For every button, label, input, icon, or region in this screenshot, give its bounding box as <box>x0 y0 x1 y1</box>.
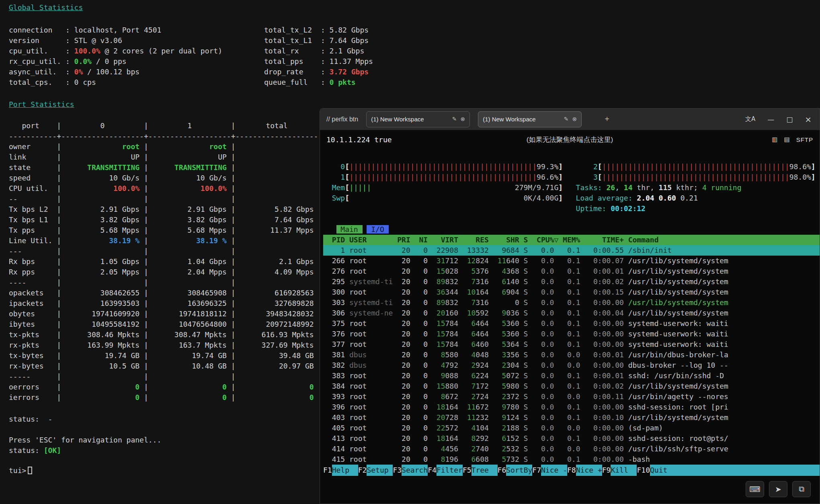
process-row[interactable]: 266 root 20 0 31712 12824 11640 S 0.0 0.… <box>323 256 820 266</box>
table-row: Rx bps | 1.05 Gbps | 1.04 Gbps | 2.1 Gbp… <box>9 256 318 267</box>
table-row: owner | root | root | <box>9 141 318 152</box>
snippet-button[interactable]: ⧉ <box>792 481 811 497</box>
fn-action[interactable]: Search <box>402 465 428 476</box>
cpu-meter-row: 1[||||||||||||||||||||||||||||||||||||||… <box>323 172 820 182</box>
cpu-meter-row: 0[||||||||||||||||||||||||||||||||||||||… <box>323 162 820 172</box>
process-row[interactable]: 403 root 20 0 20728 11232 9124 S 0.0 0.1… <box>323 412 820 423</box>
rename-tab-icon[interactable]: ✎ <box>564 116 569 123</box>
layout-icon[interactable]: ▤ <box>784 136 789 143</box>
session-host: 10.1.1.224 true <box>326 135 392 144</box>
process-row[interactable]: 300 root 20 0 36344 10164 6904 S 0.0 0.1… <box>323 287 820 297</box>
htop-process-list[interactable]: 1 root 20 0 22908 13332 9684 S 0.0 0.1 0… <box>323 245 820 465</box>
close-tab-icon[interactable]: ⊗ <box>460 116 465 123</box>
fn-key[interactable]: F3 <box>393 465 402 476</box>
table-row: ----- | | | <box>9 371 318 382</box>
stat-line: async_util. : 0% / 100.12 bps <box>9 67 222 77</box>
workspace-tab-1[interactable]: (1) New Workspace ✎ ⊗ <box>366 111 470 127</box>
table-row: -- | | | <box>9 194 318 204</box>
fn-action[interactable]: Quit <box>650 465 676 476</box>
htop-function-bar[interactable]: F1Help F2Setup F3SearchF4FilterF5Tree F6… <box>323 465 820 476</box>
stat-line: total_cps. : 0 cps <box>9 77 222 88</box>
status-ok-badge: [OK] <box>44 446 61 455</box>
htop-tab-line[interactable]: Main I/O <box>323 224 820 235</box>
process-row[interactable]: 384 root 20 0 15880 7172 5980 S 0.0 0.1 … <box>323 381 820 391</box>
table-row: link | UP | UP | <box>9 152 318 162</box>
process-row[interactable]: 295 systemd-ti 20 0 89832 7316 6140 S 0.… <box>323 277 820 287</box>
process-row[interactable]: 405 root 20 0 22572 4104 2188 S 0.0 0.0 … <box>323 423 820 433</box>
fn-key[interactable]: F10 <box>637 465 650 476</box>
workspace-tab-2[interactable]: (1) New Workspace ✎ ⊗ <box>478 111 582 127</box>
sftp-button[interactable]: SFTP <box>796 136 813 143</box>
fn-key[interactable]: F2 <box>358 465 367 476</box>
process-row[interactable]: 381 dbus 20 0 8580 4048 3356 S 0.0 0.0 0… <box>323 350 820 360</box>
fn-key[interactable]: F1 <box>323 465 332 476</box>
process-row[interactable]: 276 root 20 0 15028 5376 4368 S 0.0 0.1 … <box>323 266 820 277</box>
process-row[interactable]: 393 root 20 0 8672 2724 2372 S 0.0 0.0 0… <box>323 391 820 402</box>
text-cursor <box>28 467 32 474</box>
input-language-icon[interactable]: 文A <box>745 115 755 123</box>
table-row: rx-bytes | 10.5 GB | 10.48 GB | 20.97 GB <box>9 361 318 371</box>
keyboard-button[interactable]: ⌨ <box>746 481 764 497</box>
prefix-button[interactable]: // perfix btn <box>326 116 358 123</box>
close-window-icon[interactable]: × <box>805 115 812 124</box>
fn-action[interactable]: Kill <box>611 465 637 476</box>
process-row[interactable]: 383 root 20 0 9088 6224 5072 S 0.0 0.1 0… <box>323 371 820 381</box>
focus-hint[interactable]: (如果无法聚焦终端点击这里) <box>527 135 613 144</box>
stat-line: connection : localhost, Port 4501 <box>9 25 222 35</box>
table-divider: -----------+-------------------+--------… <box>9 131 318 141</box>
htop-header-row[interactable]: PID USER PRI NI VIRT RES SHR S CPU%▽ MEM… <box>323 235 820 245</box>
fn-action[interactable]: Help <box>332 465 358 476</box>
process-row[interactable]: 382 dbus 20 0 4792 2924 2304 S 0.0 0.0 0… <box>323 360 820 371</box>
process-row[interactable]: 1 root 20 0 22908 13332 9684 S 0.0 0.1 0… <box>323 245 820 256</box>
process-row[interactable]: 415 root 20 0 8196 6608 5732 S 0.0 0.1 0… <box>323 454 820 465</box>
process-row[interactable]: 377 root 20 0 15784 6460 5364 S 0.0 0.1 … <box>323 339 820 350</box>
split-columns-icon[interactable]: ▥ <box>772 136 777 143</box>
maximize-icon[interactable]: □ <box>786 115 793 123</box>
new-tab-button[interactable]: + <box>598 111 616 127</box>
fn-action[interactable]: Nice + <box>576 465 602 476</box>
table-row: Rx pps | 2.05 Mpps | 2.04 Mpps | 4.09 Mp… <box>9 267 318 277</box>
esc-hint: Press 'ESC' for navigation panel... <box>9 435 161 445</box>
fn-action[interactable]: Nice - <box>541 465 567 476</box>
terminal-info-bar: 10.1.1.224 true (如果无法聚焦终端点击这里) ▥ ▤ SFTP <box>320 130 820 149</box>
process-row[interactable]: 375 root 20 0 15784 6464 5360 S 0.0 0.1 … <box>323 318 820 329</box>
fn-key[interactable]: F6 <box>498 465 506 476</box>
fn-key[interactable]: F9 <box>602 465 611 476</box>
table-row: --- | | | <box>9 246 318 256</box>
rename-tab-icon[interactable]: ✎ <box>452 116 457 123</box>
fn-action[interactable]: Setup <box>367 465 393 476</box>
tab-label: (1) New Workspace <box>483 116 560 123</box>
fn-action[interactable]: SortBy <box>506 465 532 476</box>
process-row[interactable]: 376 root 20 0 15784 6464 5360 S 0.0 0.1 … <box>323 329 820 339</box>
send-button[interactable]: ➤ <box>769 481 787 497</box>
table-row: tx-pkts | 308.46 Mpkts | 308.47 Mpkts | … <box>9 330 318 340</box>
process-row[interactable]: 413 root 20 0 18164 8292 6152 S 0.0 0.1 … <box>323 433 820 444</box>
stat-line: drop_rate : 3.72 Gbps <box>264 67 373 77</box>
fn-action[interactable]: Filter <box>437 465 463 476</box>
global-stats-left: connection : localhost, Port 4501version… <box>9 25 222 88</box>
table-row: ---- | | | <box>9 277 318 288</box>
port-stats-table: port | 0 | 1 | total -----------+-------… <box>9 121 318 403</box>
htop-screen: 0[||||||||||||||||||||||||||||||||||||||… <box>323 162 820 476</box>
fn-key[interactable]: F5 <box>463 465 472 476</box>
close-tab-icon[interactable]: ⊗ <box>572 116 577 123</box>
tui-prompt[interactable]: tui> <box>9 465 32 476</box>
table-row: Line Util. | 38.19 % | 38.19 % | <box>9 236 318 246</box>
process-row[interactable]: 414 root 20 0 4456 2740 2532 S 0.0 0.0 0… <box>323 444 820 454</box>
stat-line: total_pps : 11.37 Mpps <box>264 56 373 67</box>
fn-action[interactable]: Tree <box>472 465 498 476</box>
minimize-icon[interactable]: — <box>767 115 774 123</box>
stat-line: total_rx : 2.1 Gbps <box>264 46 373 56</box>
quick-action-buttons: ⌨ ➤ ⧉ <box>746 481 811 497</box>
table-row: rx-pkts | 163.99 Mpkts | 163.7 Mpkts | 3… <box>9 340 318 350</box>
fn-key[interactable]: F4 <box>428 465 437 476</box>
process-row[interactable]: 396 root 20 0 18164 11672 9780 S 0.0 0.1… <box>323 402 820 412</box>
table-header: port | 0 | 1 | total <box>9 121 318 131</box>
fn-key[interactable]: F7 <box>532 465 541 476</box>
process-row[interactable]: 303 systemd-ti 20 0 89832 7316 0 S 0.0 0… <box>323 297 820 308</box>
process-row[interactable]: 306 systemd-ne 20 0 20160 10592 9036 S 0… <box>323 308 820 318</box>
trex-console: Global Statistics connection : localhost… <box>0 0 320 504</box>
table-row: Tx pps | 5.68 Mpps | 5.68 Mpps | 11.37 M… <box>9 225 318 236</box>
uptime-row: Uptime: 00:02:12 <box>323 203 820 214</box>
fn-key[interactable]: F8 <box>567 465 576 476</box>
